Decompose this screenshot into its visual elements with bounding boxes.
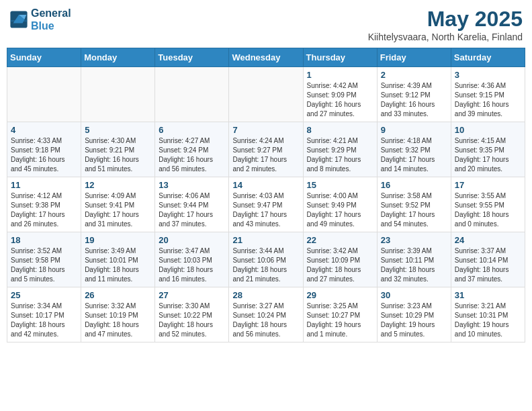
day-number: 26 [85, 290, 151, 300]
day-info: Sunrise: 3:23 AM Sunset: 10:29 PM Daylig… [381, 302, 447, 339]
day-number: 10 [455, 125, 521, 135]
day-info: Sunrise: 3:39 AM Sunset: 10:11 PM Daylig… [381, 246, 447, 284]
day-number: 20 [159, 235, 225, 245]
day-cell: 13Sunrise: 4:06 AM Sunset: 9:44 PM Dayli… [155, 177, 229, 232]
logo-icon [9, 10, 28, 29]
day-cell [155, 67, 229, 122]
weekday-header-tuesday: Tuesday [155, 48, 229, 67]
day-info: Sunrise: 3:32 AM Sunset: 10:19 PM Daylig… [85, 302, 151, 339]
day-info: Sunrise: 4:03 AM Sunset: 9:47 PM Dayligh… [232, 191, 299, 229]
day-cell: 31Sunrise: 3:21 AM Sunset: 10:31 PM Dayl… [451, 287, 525, 342]
day-number: 29 [307, 290, 373, 300]
day-info: Sunrise: 4:39 AM Sunset: 9:12 PM Dayligh… [381, 81, 447, 119]
day-cell: 21Sunrise: 3:44 AM Sunset: 10:06 PM Dayl… [229, 232, 303, 287]
weekday-header-wednesday: Wednesday [229, 48, 303, 67]
day-cell: 12Sunrise: 4:09 AM Sunset: 9:41 PM Dayli… [81, 177, 155, 232]
day-number: 18 [11, 235, 77, 245]
day-cell: 29Sunrise: 3:25 AM Sunset: 10:27 PM Dayl… [303, 287, 377, 342]
day-info: Sunrise: 4:24 AM Sunset: 9:27 PM Dayligh… [232, 136, 299, 174]
day-cell: 27Sunrise: 3:30 AM Sunset: 10:22 PM Dayl… [155, 287, 229, 342]
calendar: SundayMondayTuesdayWednesdayThursdayFrid… [7, 48, 525, 342]
day-info: Sunrise: 4:09 AM Sunset: 9:41 PM Dayligh… [85, 191, 151, 229]
day-info: Sunrise: 4:42 AM Sunset: 9:09 PM Dayligh… [307, 81, 373, 119]
day-number: 12 [85, 180, 151, 190]
day-info: Sunrise: 3:55 AM Sunset: 9:55 PM Dayligh… [455, 191, 521, 229]
day-info: Sunrise: 4:21 AM Sunset: 9:29 PM Dayligh… [307, 136, 373, 174]
logo-text: General Blue [31, 7, 71, 32]
day-number: 2 [381, 70, 447, 80]
day-info: Sunrise: 3:42 AM Sunset: 10:09 PM Daylig… [307, 246, 373, 284]
subtitle: Kiihtelysvaara, North Karelia, Finland [368, 32, 523, 42]
day-cell: 30Sunrise: 3:23 AM Sunset: 10:29 PM Dayl… [377, 287, 451, 342]
weekday-header-saturday: Saturday [451, 48, 525, 67]
day-cell: 22Sunrise: 3:42 AM Sunset: 10:09 PM Dayl… [303, 232, 377, 287]
day-number: 5 [85, 125, 151, 135]
day-cell: 11Sunrise: 4:12 AM Sunset: 9:38 PM Dayli… [7, 177, 81, 232]
title-area: May 2025 Kiihtelysvaara, North Karelia, … [368, 7, 523, 42]
day-cell: 2Sunrise: 4:39 AM Sunset: 9:12 PM Daylig… [377, 67, 451, 122]
day-info: Sunrise: 3:25 AM Sunset: 10:27 PM Daylig… [307, 302, 373, 339]
day-info: Sunrise: 4:36 AM Sunset: 9:15 PM Dayligh… [455, 81, 521, 119]
day-number: 8 [307, 125, 373, 135]
weekday-header-friday: Friday [377, 48, 451, 67]
day-info: Sunrise: 4:30 AM Sunset: 9:21 PM Dayligh… [85, 136, 151, 174]
day-number: 22 [307, 235, 373, 245]
day-number: 17 [455, 180, 521, 190]
day-info: Sunrise: 3:52 AM Sunset: 9:58 PM Dayligh… [11, 246, 77, 284]
weekday-header-thursday: Thursday [303, 48, 377, 67]
day-cell: 16Sunrise: 3:58 AM Sunset: 9:52 PM Dayli… [377, 177, 451, 232]
weekday-header-monday: Monday [81, 48, 155, 67]
day-number: 24 [455, 235, 521, 245]
day-number: 25 [11, 290, 77, 300]
day-cell: 6Sunrise: 4:27 AM Sunset: 9:24 PM Daylig… [155, 122, 229, 177]
day-number: 11 [11, 180, 77, 190]
day-number: 13 [159, 180, 225, 190]
day-info: Sunrise: 3:37 AM Sunset: 10:14 PM Daylig… [455, 246, 521, 284]
day-number: 28 [232, 290, 299, 300]
header: General Blue May 2025 Kiihtelysvaara, No… [7, 7, 525, 42]
day-cell: 9Sunrise: 4:18 AM Sunset: 9:32 PM Daylig… [377, 122, 451, 177]
day-info: Sunrise: 3:44 AM Sunset: 10:06 PM Daylig… [232, 246, 299, 284]
weekday-header-sunday: Sunday [7, 48, 81, 67]
day-number: 14 [232, 180, 299, 190]
svg-rect-3 [10, 21, 27, 21]
day-number: 15 [307, 180, 373, 190]
week-row-4: 18Sunrise: 3:52 AM Sunset: 9:58 PM Dayli… [7, 232, 525, 287]
day-cell [81, 67, 155, 122]
main-title: May 2025 [368, 7, 523, 32]
day-cell: 1Sunrise: 4:42 AM Sunset: 9:09 PM Daylig… [303, 67, 377, 122]
day-number: 6 [159, 125, 225, 135]
day-cell: 24Sunrise: 3:37 AM Sunset: 10:14 PM Dayl… [451, 232, 525, 287]
day-number: 27 [159, 290, 225, 300]
day-cell [229, 67, 303, 122]
day-info: Sunrise: 3:58 AM Sunset: 9:52 PM Dayligh… [381, 191, 447, 229]
week-row-3: 11Sunrise: 4:12 AM Sunset: 9:38 PM Dayli… [7, 177, 525, 232]
day-info: Sunrise: 4:18 AM Sunset: 9:32 PM Dayligh… [381, 136, 447, 174]
day-cell: 7Sunrise: 4:24 AM Sunset: 9:27 PM Daylig… [229, 122, 303, 177]
day-number: 1 [307, 70, 373, 80]
day-number: 31 [455, 290, 521, 300]
day-cell: 10Sunrise: 4:15 AM Sunset: 9:35 PM Dayli… [451, 122, 525, 177]
day-info: Sunrise: 3:30 AM Sunset: 10:22 PM Daylig… [159, 302, 225, 339]
day-cell [7, 67, 81, 122]
day-number: 9 [381, 125, 447, 135]
week-row-2: 4Sunrise: 4:33 AM Sunset: 9:18 PM Daylig… [7, 122, 525, 177]
day-cell: 5Sunrise: 4:30 AM Sunset: 9:21 PM Daylig… [81, 122, 155, 177]
day-number: 3 [455, 70, 521, 80]
day-info: Sunrise: 4:33 AM Sunset: 9:18 PM Dayligh… [11, 136, 77, 174]
week-row-1: 1Sunrise: 4:42 AM Sunset: 9:09 PM Daylig… [7, 67, 525, 122]
day-info: Sunrise: 4:00 AM Sunset: 9:49 PM Dayligh… [307, 191, 373, 229]
logo: General Blue [9, 7, 71, 32]
week-row-5: 25Sunrise: 3:34 AM Sunset: 10:17 PM Dayl… [7, 287, 525, 342]
day-cell: 18Sunrise: 3:52 AM Sunset: 9:58 PM Dayli… [7, 232, 81, 287]
day-cell: 17Sunrise: 3:55 AM Sunset: 9:55 PM Dayli… [451, 177, 525, 232]
day-info: Sunrise: 3:34 AM Sunset: 10:17 PM Daylig… [11, 302, 77, 339]
day-info: Sunrise: 4:12 AM Sunset: 9:38 PM Dayligh… [11, 191, 77, 229]
day-cell: 28Sunrise: 3:27 AM Sunset: 10:24 PM Dayl… [229, 287, 303, 342]
day-info: Sunrise: 4:15 AM Sunset: 9:35 PM Dayligh… [455, 136, 521, 174]
day-cell: 3Sunrise: 4:36 AM Sunset: 9:15 PM Daylig… [451, 67, 525, 122]
day-number: 23 [381, 235, 447, 245]
day-number: 30 [381, 290, 447, 300]
day-number: 19 [85, 235, 151, 245]
day-info: Sunrise: 3:27 AM Sunset: 10:24 PM Daylig… [232, 302, 299, 339]
